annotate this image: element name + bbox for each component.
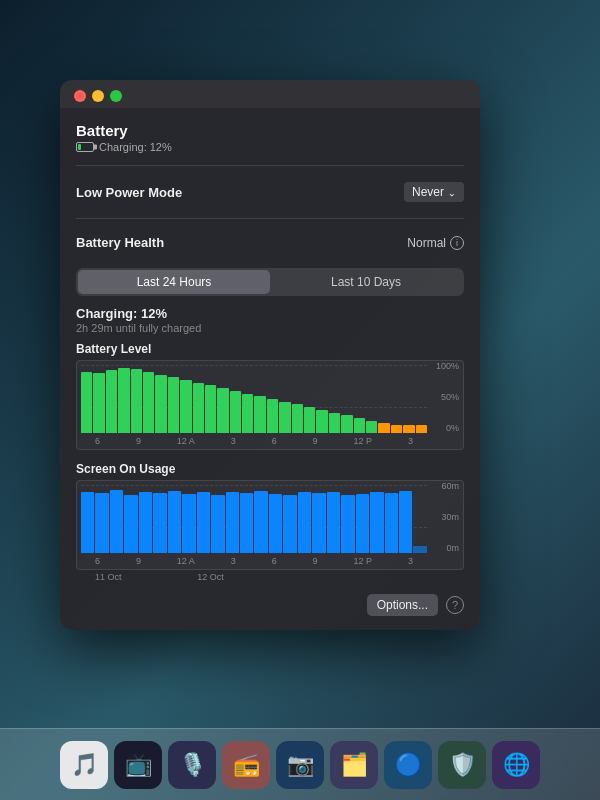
screen-bar	[298, 492, 311, 553]
x-label-8: 3	[408, 436, 413, 446]
battery-y-labels: 100% 50% 0%	[436, 361, 459, 433]
close-button[interactable]	[74, 90, 86, 102]
charging-text: Charging: 12%	[99, 141, 172, 153]
low-power-dropdown[interactable]: Never	[404, 182, 464, 202]
screen-bar	[370, 492, 383, 553]
x-label-1: 6	[95, 556, 100, 566]
titlebar	[60, 80, 480, 108]
divider-2	[76, 218, 464, 219]
y-label-0m: 0m	[446, 543, 459, 553]
tab-bar: Last 24 Hours Last 10 Days	[76, 268, 464, 296]
info-icon[interactable]: i	[450, 236, 464, 250]
x-label-7: 12 P	[354, 556, 373, 566]
x-label-5: 6	[272, 436, 277, 446]
screen-bar	[312, 493, 325, 553]
grid-line-bot	[81, 449, 427, 450]
battery-health-label: Battery Health	[76, 235, 164, 250]
y-label-60m: 60m	[441, 481, 459, 491]
dock-icon-podcasts[interactable]: 🎙️	[168, 741, 216, 789]
bar	[279, 402, 290, 433]
date-label-1: 11 Oct	[95, 572, 122, 582]
dock-icon-tv[interactable]: 📺	[114, 741, 162, 789]
bar	[131, 369, 142, 433]
screen-bar	[341, 495, 354, 553]
bar	[143, 372, 154, 433]
x-label-7: 12 P	[354, 436, 373, 446]
x-label-3: 12 A	[177, 436, 195, 446]
screen-bar	[197, 492, 210, 553]
battery-health-row: Battery Health Normal i	[76, 227, 464, 258]
minimize-button[interactable]	[92, 90, 104, 102]
screen-bar	[385, 493, 398, 553]
battery-level-chart: 100% 50% 0% 6 9 12 A 3 6 9 12 P 3	[76, 360, 464, 450]
battery-x-labels: 6 9 12 A 3 6 9 12 P 3	[77, 433, 431, 449]
dock-icon-security[interactable]: 🛡️	[438, 741, 486, 789]
traffic-lights	[74, 90, 122, 102]
screen-bar	[168, 491, 181, 553]
bar	[205, 385, 216, 433]
bar	[329, 413, 340, 433]
bar	[292, 404, 303, 433]
screen-x-labels: 6 9 12 A 3 6 9 12 P 3	[77, 553, 431, 569]
x-label-1: 6	[95, 436, 100, 446]
bar	[230, 391, 241, 433]
bar	[378, 423, 389, 433]
y-label-0: 0%	[446, 423, 459, 433]
dock-icon-photos[interactable]: 📷	[276, 741, 324, 789]
help-button[interactable]: ?	[446, 596, 464, 614]
tab-last-10-days[interactable]: Last 10 Days	[270, 270, 462, 294]
y-label-30m: 30m	[441, 512, 459, 522]
date-label-3: 12 Oct	[197, 572, 224, 582]
bar	[118, 368, 129, 433]
x-label-6: 9	[313, 436, 318, 446]
x-label-3: 12 A	[177, 556, 195, 566]
screen-bar	[240, 493, 253, 553]
x-label-4: 3	[231, 556, 236, 566]
bar	[316, 410, 327, 433]
divider-1	[76, 165, 464, 166]
bar	[81, 372, 92, 433]
battery-bars-area	[77, 361, 431, 433]
dock-icon-music[interactable]: 🎵	[60, 741, 108, 789]
low-power-label: Low Power Mode	[76, 185, 182, 200]
date-labels: 11 Oct 12 Oct	[76, 572, 464, 582]
screen-bar	[153, 493, 166, 553]
options-button[interactable]: Options...	[367, 594, 438, 616]
battery-health-value: Normal i	[407, 236, 464, 250]
screen-y-labels: 60m 30m 0m	[441, 481, 459, 553]
x-label-2: 9	[136, 556, 141, 566]
dock-icon-app1[interactable]: 🔵	[384, 741, 432, 789]
screen-bar	[95, 493, 108, 553]
bar	[304, 407, 315, 433]
screen-bar	[413, 546, 426, 553]
battery-bars	[77, 361, 431, 433]
battery-window: Battery Charging: 12% Low Power Mode Nev…	[60, 80, 480, 630]
dock-icon-files[interactable]: 🗂️	[330, 741, 378, 789]
fullscreen-button[interactable]	[110, 90, 122, 102]
bar	[403, 425, 414, 433]
bar	[391, 425, 402, 433]
charging-row: Charging: 12%	[76, 141, 464, 153]
screen-bar	[81, 492, 94, 553]
battery-level-section: Battery Level	[76, 342, 464, 450]
charging-status: Charging: 12% 2h 29m until fully charged	[76, 306, 464, 334]
screen-bars	[77, 481, 431, 553]
dock-icon-radio[interactable]: 📻	[222, 741, 270, 789]
bar	[180, 380, 191, 433]
screen-bar	[269, 494, 282, 553]
dock: 🎵 📺 🎙️ 📻 📷 🗂️ 🔵 🛡️ 🌐	[0, 728, 600, 800]
bar	[193, 383, 204, 433]
screen-bar	[124, 495, 137, 553]
bar	[366, 421, 377, 433]
screen-usage-chart: 60m 30m 0m 6 9 12 A 3 6 9 12 P 3	[76, 480, 464, 570]
screen-bar	[226, 492, 239, 553]
tab-last-24-hours[interactable]: Last 24 Hours	[78, 270, 270, 294]
screen-bar	[356, 494, 369, 553]
x-label-2: 9	[136, 436, 141, 446]
bar	[168, 377, 179, 433]
dock-icon-browser[interactable]: 🌐	[492, 741, 540, 789]
low-power-value: Never	[404, 182, 464, 202]
x-label-4: 3	[231, 436, 236, 446]
screen-bars-area	[77, 481, 431, 553]
screen-bar	[399, 491, 412, 553]
